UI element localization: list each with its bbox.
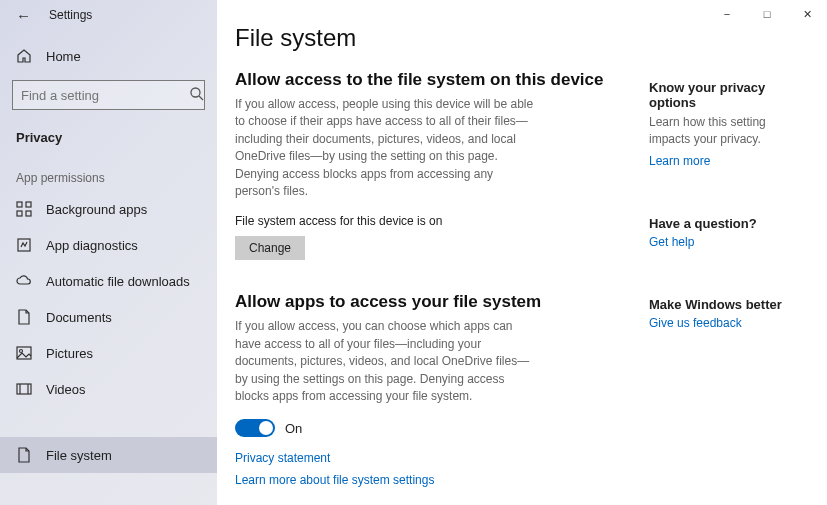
picture-icon	[16, 345, 32, 361]
home-icon	[16, 48, 32, 64]
section-description: If you allow access, people using this d…	[235, 96, 535, 200]
svg-rect-9	[17, 384, 31, 394]
page-title: File system	[235, 24, 631, 52]
content: File system Allow access to the file sys…	[217, 0, 649, 505]
close-button[interactable]: ✕	[787, 0, 827, 28]
app-title: Settings	[49, 8, 92, 22]
right-panel: Know your privacy options Learn how this…	[649, 0, 827, 505]
sidebar: ← Settings Home Privacy App permissions …	[0, 0, 217, 505]
sidebar-item-documents[interactable]: Documents	[0, 299, 217, 335]
access-status: File system access for this device is on	[235, 214, 631, 228]
section-heading: Allow apps to access your file system	[235, 292, 631, 312]
home-button[interactable]: Home	[0, 38, 217, 74]
search-icon	[189, 86, 205, 105]
maximize-button[interactable]: □	[747, 0, 787, 28]
svg-point-0	[191, 88, 200, 97]
info-heading: Have a question?	[649, 216, 809, 231]
svg-rect-4	[17, 211, 22, 216]
grid-icon	[16, 201, 32, 217]
home-label: Home	[46, 49, 81, 64]
info-text: Learn how this setting impacts your priv…	[649, 114, 809, 148]
video-icon	[16, 381, 32, 397]
window-controls: − □ ✕	[707, 0, 827, 28]
sidebar-item-label: Background apps	[46, 202, 147, 217]
category-label: Privacy	[0, 116, 217, 151]
sidebar-item-label: Documents	[46, 310, 112, 325]
sidebar-item-label: Automatic file downloads	[46, 274, 190, 289]
main-area: File system Allow access to the file sys…	[217, 0, 827, 505]
section-description: If you allow access, you can choose whic…	[235, 318, 535, 405]
svg-point-8	[20, 350, 23, 353]
learn-more-settings-link[interactable]: Learn more about file system settings	[235, 473, 631, 487]
diagnostics-icon	[16, 237, 32, 253]
feedback-link[interactable]: Give us feedback	[649, 316, 809, 330]
sidebar-item-automatic-file-downloads[interactable]: Automatic file downloads	[0, 263, 217, 299]
section-label: App permissions	[0, 151, 217, 191]
document-icon	[16, 309, 32, 325]
sidebar-item-label: App diagnostics	[46, 238, 138, 253]
privacy-statement-link[interactable]: Privacy statement	[235, 451, 631, 465]
section-heading: Allow access to the file system on this …	[235, 70, 631, 90]
svg-rect-7	[17, 347, 31, 359]
minimize-button[interactable]: −	[707, 0, 747, 28]
back-button[interactable]: ←	[16, 8, 31, 23]
svg-rect-5	[26, 211, 31, 216]
get-help-link[interactable]: Get help	[649, 235, 809, 249]
learn-more-link[interactable]: Learn more	[649, 154, 809, 168]
svg-rect-3	[26, 202, 31, 207]
sidebar-item-background-apps[interactable]: Background apps	[0, 191, 217, 227]
info-heading: Make Windows better	[649, 297, 809, 312]
title-bar: ← Settings	[0, 0, 217, 30]
sidebar-item-label: Videos	[46, 382, 86, 397]
toggle-row: On	[235, 419, 631, 437]
info-heading: Know your privacy options	[649, 80, 809, 110]
svg-line-1	[199, 96, 203, 100]
access-toggle[interactable]	[235, 419, 275, 437]
sidebar-item-app-diagnostics[interactable]: App diagnostics	[0, 227, 217, 263]
sidebar-item-videos[interactable]: Videos	[0, 371, 217, 407]
search-input[interactable]	[21, 88, 189, 103]
sidebar-item-label: File system	[46, 448, 112, 463]
sidebar-item-file-system[interactable]: File system	[0, 437, 217, 473]
sidebar-item-label: Pictures	[46, 346, 93, 361]
svg-rect-2	[17, 202, 22, 207]
cloud-icon	[16, 273, 32, 289]
document-icon	[16, 447, 32, 463]
change-button[interactable]: Change	[235, 236, 305, 260]
search-box[interactable]	[12, 80, 205, 110]
toggle-label: On	[285, 421, 302, 436]
sidebar-item-pictures[interactable]: Pictures	[0, 335, 217, 371]
